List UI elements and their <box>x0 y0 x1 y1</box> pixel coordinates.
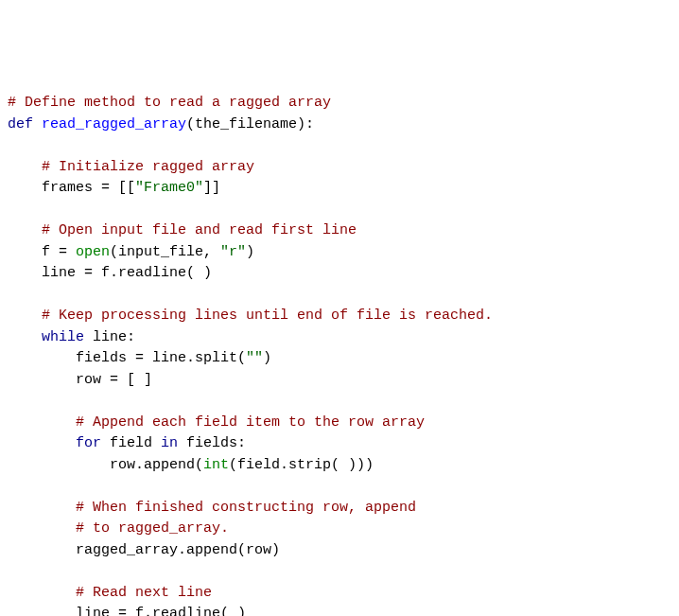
comment-line: # Define method to read a ragged array <box>8 95 331 111</box>
function-name: read_ragged_array <box>42 116 186 132</box>
code-text: ) <box>246 244 254 260</box>
code-text: line = f.readline( ) <box>42 265 212 281</box>
comment-line: # Keep processing lines until end of fil… <box>42 308 493 324</box>
code-text: fields: <box>178 435 246 451</box>
code-text: line = f.readline( ) <box>76 606 246 616</box>
code-text: line: <box>84 329 135 345</box>
code-text: (field.strip( ))) <box>229 457 374 473</box>
builtin-int: int <box>203 457 229 473</box>
comment-line: # Read next line <box>76 585 212 601</box>
comment-line: # When finished constructing row, append <box>76 500 416 516</box>
keyword-while: while <box>42 329 84 345</box>
comment-line: # Append each field item to the row arra… <box>76 414 425 431</box>
keyword-def: def <box>8 116 33 132</box>
code-text: f = <box>42 244 76 260</box>
code-text: (input_file, <box>110 244 220 260</box>
string-literal: "Frame0" <box>135 180 203 196</box>
string-literal: "" <box>246 350 263 366</box>
code-text: (the_filename): <box>186 116 314 132</box>
builtin-open: open <box>76 244 110 260</box>
keyword-in: in <box>161 435 178 451</box>
code-text: ) <box>263 350 271 366</box>
string-literal: "r" <box>220 244 246 260</box>
code-text: fields = line.split( <box>76 350 246 366</box>
code-text: field <box>101 435 161 451</box>
comment-line: # Initialize ragged array <box>42 159 254 175</box>
code-text: row.append( <box>110 457 203 473</box>
code-block: # Define method to read a ragged array d… <box>8 93 671 616</box>
comment-line: # Open input file and read first line <box>42 222 357 238</box>
code-text: ragged_array.append(row) <box>76 542 280 558</box>
comment-line: # to ragged_array. <box>76 520 229 537</box>
code-text: ]] <box>203 180 220 196</box>
code-text: frames = [[ <box>42 180 135 196</box>
keyword-for: for <box>76 435 101 451</box>
code-text: row = [ ] <box>76 372 152 388</box>
